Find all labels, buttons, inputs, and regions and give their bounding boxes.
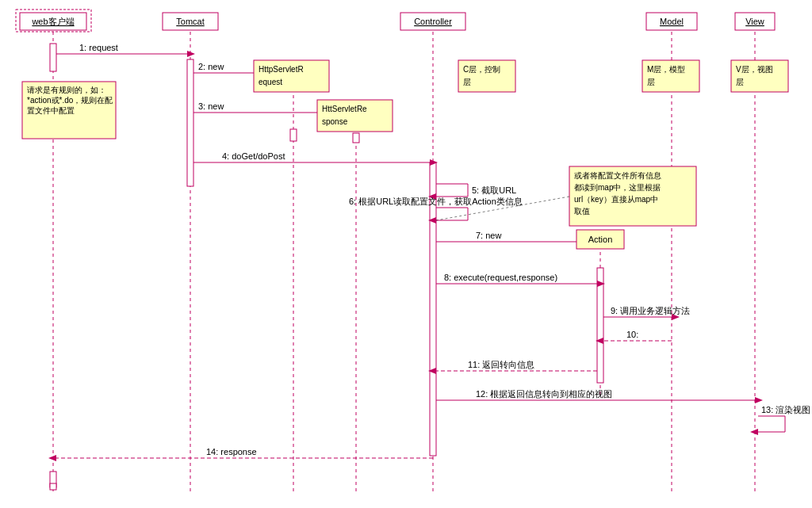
svg-text:9: 调用业务逻辑方法: 9: 调用业务逻辑方法 (611, 306, 690, 315)
svg-text:HttpServletR: HttpServletR (259, 65, 304, 74)
svg-marker-56 (750, 429, 758, 435)
svg-text:层: 层 (736, 78, 744, 86)
svg-text:web客户端: web客户端 (31, 17, 74, 26)
svg-text:11: 返回转向信息: 11: 返回转向信息 (468, 360, 534, 369)
svg-rect-98 (290, 129, 297, 141)
svg-text:HttServletRe: HttServletRe (322, 105, 367, 113)
svg-text:Tomcat: Tomcat (176, 17, 204, 26)
svg-text:Model: Model (660, 17, 684, 26)
svg-rect-100 (50, 483, 56, 490)
svg-text:5: 截取URL: 5: 截取URL (472, 185, 516, 195)
svg-text:7: new: 7: new (476, 231, 501, 240)
svg-text:1: request: 1: request (79, 43, 118, 52)
svg-text:10:: 10: (626, 330, 638, 339)
svg-text:都读到map中，这里根据: 都读到map中，这里根据 (574, 183, 661, 192)
svg-marker-59 (48, 455, 56, 461)
svg-text:View: View (745, 17, 764, 26)
svg-text:13: 渲染视图: 13: 渲染视图 (761, 405, 810, 414)
svg-text:12: 根据返回信息转向到相应的视图: 12: 根据返回信息转向到相应的视图 (476, 389, 612, 399)
svg-rect-8 (50, 44, 56, 71)
svg-text:C层，控制: C层，控制 (463, 65, 500, 74)
svg-text:层: 层 (463, 78, 471, 86)
svg-rect-10 (187, 59, 193, 186)
svg-text:Controller: Controller (414, 17, 452, 26)
svg-text:url（key）直接从map中: url（key）直接从map中 (574, 195, 658, 204)
svg-marker-51 (755, 397, 763, 403)
svg-text:或者将配置文件所有信息: 或者将配置文件所有信息 (574, 171, 661, 180)
svg-text:置文件中配置: 置文件中配置 (27, 106, 75, 115)
svg-text:*action或*.do，规则在配: *action或*.do，规则在配 (27, 96, 113, 105)
svg-text:2: new: 2: new (198, 62, 224, 71)
svg-text:sponse: sponse (322, 117, 348, 126)
sequence-diagram: 1: request 2: new 3: new 4: doGet/doPost… (0, 0, 812, 508)
svg-text:8: execute(request,response): 8: execute(request,response) (444, 273, 557, 282)
svg-text:M层，模型: M层，模型 (647, 65, 685, 74)
svg-text:equest: equest (259, 78, 282, 86)
svg-text:4: doGet/doPost: 4: doGet/doPost (222, 151, 285, 161)
svg-text:层: 层 (647, 78, 655, 86)
svg-text:14: response: 14: response (206, 447, 257, 456)
svg-text:取值: 取值 (574, 207, 590, 216)
svg-text:V层，视图: V层，视图 (736, 65, 773, 74)
diagram-container: 1: request 2: new 3: new 4: doGet/doPost… (0, 0, 812, 508)
svg-text:Action: Action (588, 235, 613, 244)
svg-text:6: 根据URL读取配置文件，获取Action类信息: 6: 根据URL读取配置文件，获取Action类信息 (349, 197, 523, 206)
svg-text:请求是有规则的，如：: 请求是有规则的，如： (27, 86, 106, 94)
svg-marker-14 (187, 51, 195, 57)
svg-rect-99 (353, 133, 359, 143)
svg-rect-11 (430, 162, 436, 456)
svg-text:3: new: 3: new (198, 101, 224, 111)
